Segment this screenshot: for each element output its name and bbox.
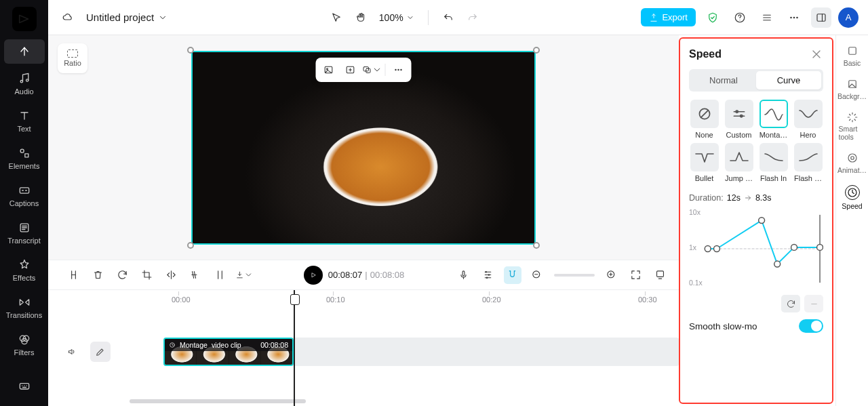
svg-point-44 — [848, 154, 856, 162]
crop-button[interactable] — [138, 266, 155, 284]
sidebar-item-elements[interactable]: Elements — [4, 141, 45, 176]
pic-tool-1-button[interactable] — [319, 60, 339, 79]
arrow-right-icon — [744, 194, 752, 202]
timeline-ruler[interactable]: 00:00 00:10 00:20 00:30 — [163, 290, 679, 310]
svg-rect-3 — [24, 154, 28, 157]
split-clip-button[interactable] — [211, 266, 229, 284]
zoom-in-button[interactable] — [603, 266, 620, 284]
resize-handle-top-left[interactable] — [187, 47, 194, 54]
layers-icon[interactable] — [757, 7, 777, 28]
timeline[interactable]: 00:00 00:10 00:20 00:30 — [48, 289, 679, 406]
svg-point-20 — [395, 69, 396, 70]
more-menu-button[interactable] — [784, 7, 804, 28]
play-button[interactable] — [304, 266, 323, 285]
sidebar-item-keyboard[interactable] — [4, 373, 45, 398]
marker-button[interactable] — [479, 266, 497, 284]
resize-handle-bottom-right[interactable] — [533, 242, 540, 249]
tab-curve[interactable]: Curve — [756, 71, 821, 89]
svg-rect-23 — [463, 271, 465, 276]
curve-montage[interactable] — [760, 100, 788, 128]
close-button[interactable] — [810, 47, 823, 61]
svg-point-16 — [327, 68, 328, 69]
preview-frame[interactable] — [191, 51, 536, 245]
sidebar-transcript-label: Transcript — [7, 237, 41, 245]
resize-handle-top-right[interactable] — [533, 47, 540, 54]
curve-flash-out[interactable] — [794, 143, 823, 171]
reset-curve-button[interactable] — [781, 295, 800, 312]
rotate-button[interactable] — [113, 266, 131, 284]
mirror-button[interactable] — [162, 266, 180, 284]
hand-tool-button[interactable] — [351, 7, 371, 28]
svg-rect-42 — [848, 47, 856, 55]
svg-rect-9 — [20, 384, 28, 389]
curve-custom[interactable] — [725, 100, 753, 128]
duration-readout: Duration: 12s 8.3s — [689, 193, 823, 203]
sidebar-effects-label: Effects — [13, 274, 35, 282]
curve-presets: None Custom Monta… Hero Bullet Jump … Fl… — [689, 100, 823, 182]
horizontal-scrollbar[interactable] — [130, 399, 306, 403]
curve-bullet[interactable] — [690, 143, 719, 171]
sidebar-item-transitions[interactable]: Transitions — [4, 290, 45, 325]
pic-tool-2-button[interactable] — [340, 60, 361, 79]
project-name[interactable]: Untitled project — [86, 12, 167, 23]
tab-normal[interactable]: Normal — [691, 71, 756, 89]
prop-speed[interactable]: Speed — [839, 182, 866, 213]
export-button[interactable]: Export — [641, 8, 696, 26]
zoom-out-button[interactable] — [528, 266, 546, 284]
sidebar-captions-label: Captions — [9, 199, 39, 207]
prop-basic[interactable]: Basic — [839, 42, 866, 70]
panel-toggle-button[interactable] — [811, 7, 831, 28]
redo-button[interactable] — [462, 7, 483, 28]
sidebar-item-text[interactable]: Text — [4, 104, 45, 138]
split-button[interactable] — [64, 266, 82, 284]
help-button[interactable] — [730, 7, 750, 28]
property-sidebar: Basic Backgr… Smart tools Animat… Speed — [835, 35, 868, 406]
prop-smart-tools[interactable]: Smart tools — [839, 108, 866, 144]
download-button[interactable] — [235, 266, 253, 284]
cursor-tool-button[interactable] — [326, 7, 347, 28]
prop-background[interactable]: Backgr… — [839, 75, 866, 103]
undo-button[interactable] — [438, 7, 458, 28]
zoom-slider[interactable] — [554, 274, 595, 277]
svg-rect-14 — [817, 14, 825, 21]
playhead[interactable] — [294, 290, 295, 406]
sidebar-filters-label: Filters — [14, 348, 35, 357]
timeline-clip[interactable]: Montage video clip 00:08:08 — [163, 338, 294, 366]
curve-hero[interactable] — [794, 100, 823, 128]
speed-curve-graph[interactable]: 10x 1x 0.1x — [689, 208, 823, 289]
resize-handle-bottom-left[interactable] — [187, 242, 194, 249]
left-sidebar: Audio Text Elements Captions Transcript … — [0, 0, 48, 406]
delete-button[interactable] — [89, 266, 106, 284]
track-mute-button[interactable] — [62, 342, 82, 362]
sidebar-text-label: Text — [17, 125, 31, 133]
snap-toggle-button[interactable] — [504, 266, 521, 284]
remove-point-button[interactable] — [804, 295, 823, 312]
curve-jump[interactable] — [725, 143, 753, 171]
pic-tool-3-button[interactable] — [362, 60, 382, 79]
speed-panel-title: Speed — [689, 48, 722, 60]
sidebar-item-transcript[interactable]: Transcript — [4, 216, 45, 250]
fullscreen-button[interactable] — [627, 266, 645, 284]
curve-none[interactable] — [690, 100, 719, 128]
zoom-level[interactable]: 100% — [379, 12, 414, 23]
sidebar-item-captions[interactable]: Captions — [4, 178, 45, 213]
sidebar-item-media[interactable] — [4, 39, 45, 64]
curve-flash-in[interactable] — [760, 143, 788, 171]
smooth-slow-mo-toggle[interactable] — [799, 319, 823, 333]
auto-captions-button[interactable] — [186, 266, 204, 284]
cloud-sync-icon[interactable] — [58, 7, 78, 28]
aspect-ratio-button[interactable]: Ratio — [58, 43, 87, 73]
sidebar-item-effects[interactable]: Effects — [4, 253, 45, 287]
overlay-button[interactable] — [652, 266, 669, 284]
sidebar-transitions-label: Transitions — [6, 311, 42, 319]
sidebar-item-audio[interactable]: Audio — [4, 66, 45, 101]
svg-point-2 — [20, 149, 24, 153]
avatar[interactable]: A — [838, 7, 859, 28]
track-edit-button[interactable] — [90, 342, 111, 362]
preview-canvas[interactable]: Ratio — [48, 35, 679, 260]
more-preview-options-button[interactable] — [389, 60, 409, 79]
record-voice-button[interactable] — [455, 266, 473, 284]
prop-animation[interactable]: Animat… — [839, 149, 866, 177]
sidebar-item-filters[interactable]: Filters — [4, 327, 45, 362]
shield-check-icon[interactable] — [703, 7, 723, 28]
